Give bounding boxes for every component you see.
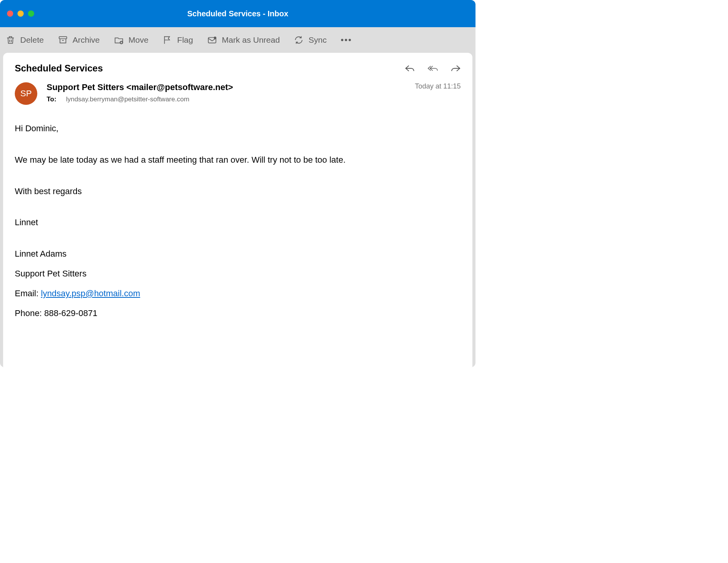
reply-all-icon[interactable] — [427, 64, 438, 72]
body-greeting: Hi Dominic, — [15, 123, 461, 135]
minimize-window-button[interactable] — [17, 10, 24, 17]
delete-label: Delete — [20, 35, 44, 45]
more-button[interactable]: ••• — [341, 35, 352, 45]
flag-button[interactable]: Flag — [162, 35, 193, 45]
sync-label: Sync — [308, 35, 327, 45]
move-button[interactable]: Move — [114, 35, 148, 45]
svg-point-3 — [214, 36, 216, 39]
email-header: SP Support Pet Sitters <mailer@petsoftwa… — [15, 82, 461, 105]
reply-icon[interactable] — [405, 64, 416, 72]
move-icon — [114, 35, 124, 45]
body-closing: With best regards — [15, 186, 461, 198]
archive-label: Archive — [73, 35, 100, 45]
maximize-window-button[interactable] — [28, 10, 34, 17]
sig-email-line: Email: lyndsay.psp@hotmail.com — [15, 288, 461, 300]
email-window: Scheduled Services - Inbox Delete Archiv… — [0, 0, 475, 367]
mark-unread-label: Mark as Unread — [222, 35, 280, 45]
window-title: Scheduled Services - Inbox — [187, 9, 288, 18]
sig-email-label: Email: — [15, 288, 41, 298]
signature-block: Linnet Adams Support Pet Sitters Email: … — [15, 248, 461, 319]
flag-icon — [162, 35, 172, 45]
delete-button[interactable]: Delete — [5, 35, 44, 45]
email-timestamp: Today at 11:15 — [415, 82, 461, 105]
email-body: Hi Dominic, We may be late today as we h… — [15, 123, 461, 319]
to-value: lyndsay.berryman@petsitter-software.com — [66, 96, 189, 103]
message-actions — [405, 64, 461, 72]
body-paragraph: We may be late today as we had a staff m… — [15, 154, 461, 166]
trash-icon — [5, 35, 16, 45]
archive-icon — [58, 35, 68, 45]
archive-button[interactable]: Archive — [58, 35, 100, 45]
sender-name: Support Pet Sitters <mailer@petsoftware.… — [47, 82, 415, 92]
flag-label: Flag — [177, 35, 193, 45]
to-label: To: — [47, 96, 56, 103]
titlebar: Scheduled Services - Inbox — [0, 0, 475, 27]
sig-company: Support Pet Sitters — [15, 268, 461, 280]
body-sign-name: Linnet — [15, 217, 461, 229]
close-window-button[interactable] — [7, 10, 13, 17]
email-content: Scheduled Services SP Support Pet Sitter… — [3, 53, 472, 367]
envelope-icon — [207, 35, 217, 45]
sig-name: Linnet Adams — [15, 248, 461, 260]
sync-icon — [294, 35, 304, 45]
toolbar: Delete Archive Move Flag Mark as Unread … — [0, 27, 475, 53]
svg-rect-0 — [59, 36, 67, 38]
forward-icon[interactable] — [450, 64, 461, 72]
mark-unread-button[interactable]: Mark as Unread — [207, 35, 280, 45]
window-controls — [7, 10, 34, 17]
sync-button[interactable]: Sync — [294, 35, 327, 45]
sig-phone: Phone: 888-629-0871 — [15, 308, 461, 320]
email-subject: Scheduled Services — [15, 63, 103, 74]
sender-avatar: SP — [15, 82, 37, 105]
sig-email-link[interactable]: lyndsay.psp@hotmail.com — [41, 288, 140, 298]
move-label: Move — [129, 35, 148, 45]
